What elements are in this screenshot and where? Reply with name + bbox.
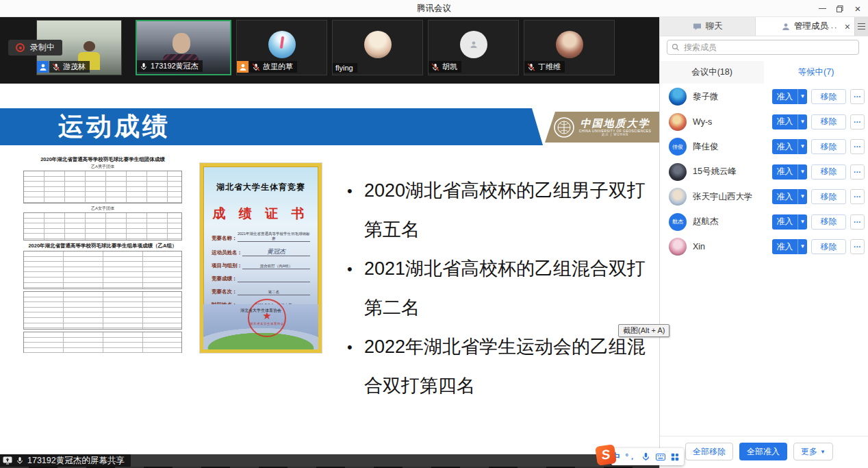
recording-indicator[interactable]: 录制中 (8, 40, 62, 56)
tab-manage-members[interactable]: 管理成员 ··· × (756, 17, 854, 36)
member-more-button[interactable]: ··· (850, 114, 865, 130)
avatar (669, 88, 687, 106)
slide-bullet: 2020湖北省高校杯的乙组男子双打第五名 (346, 171, 655, 249)
mic-muted-icon (431, 63, 439, 71)
admit-button[interactable]: 准入▼ (772, 164, 807, 180)
doc-title: 2020年湖北省普通高等学校羽毛球比赛学生组团体成绩 (21, 156, 185, 163)
screen-share-indicator[interactable]: 173192黄冠杰的屏幕共享 (0, 454, 131, 467)
remove-button[interactable]: 移除 (811, 239, 846, 254)
admit-label: 准入 (772, 241, 797, 253)
ime-toolbox-icon[interactable] (671, 453, 679, 461)
participant-avatar (556, 31, 583, 58)
screen-share-icon (3, 456, 12, 465)
window-title: 腾讯会议 (0, 0, 868, 17)
waiting-member-row: 航杰赵航杰准入▼移除··· (660, 210, 868, 235)
participant-tile[interactable]: flying (332, 20, 423, 75)
more-button[interactable]: 更多▼ (793, 443, 833, 460)
divider (660, 436, 868, 436)
chevron-down-icon[interactable]: ▼ (797, 114, 807, 130)
remove-button[interactable]: 移除 (811, 89, 846, 104)
participant-tile[interactable]: 故里的草 (236, 20, 327, 75)
participant-name-label: 173192黄冠杰 (137, 60, 203, 72)
member-more-button[interactable]: ··· (850, 189, 865, 204)
participant-name-label: 故里的草 (249, 61, 297, 73)
admit-button[interactable]: 准入▼ (772, 139, 807, 154)
tab-in-meeting[interactable]: 会议中(18) (660, 61, 764, 84)
member-name: Xin (693, 242, 705, 251)
participant-tile[interactable]: 胡凯 (428, 20, 519, 75)
remove-button[interactable]: 移除 (811, 139, 846, 154)
remove-all-button[interactable]: 全部移除 (685, 443, 733, 460)
chevron-down-icon[interactable]: ▼ (797, 89, 807, 104)
admit-button[interactable]: 准入▼ (772, 189, 807, 204)
admit-button[interactable]: 准入▼ (772, 239, 807, 254)
doc-table-singles-men (23, 251, 182, 289)
remove-button[interactable]: 移除 (811, 189, 846, 204)
slide-bullet: 2022年湖北省学生运动会的乙组混合双打第四名 (346, 328, 655, 406)
participant-name-label: 游茂林 (49, 61, 90, 73)
chevron-down-icon[interactable]: ▼ (797, 139, 807, 154)
university-logo-plate: 中国地质大学 CHINA UNIVERSITY OF GEOSCIENCES 武… (545, 112, 659, 143)
screenshot-tooltip: 截图(Alt + A) (618, 324, 669, 337)
member-more-button[interactable]: ··· (850, 239, 865, 254)
remove-button[interactable]: 移除 (811, 214, 846, 230)
avatar (669, 163, 687, 181)
panel-more-icon[interactable]: ··· (827, 23, 838, 32)
admit-all-button[interactable]: 全部准入 (739, 443, 787, 460)
mic-icon (140, 62, 148, 71)
admit-button[interactable]: 准入▼ (772, 89, 807, 104)
panel-close-icon[interactable]: × (845, 22, 850, 32)
participant-tile[interactable]: 丁维维 (524, 20, 615, 75)
panel-menu-button[interactable] (854, 17, 868, 36)
doc-table-singles-women (23, 291, 182, 330)
close-button[interactable]: × (849, 0, 867, 17)
restore-button[interactable] (831, 0, 849, 17)
avatar (669, 113, 687, 131)
certificate-field: 运动员姓名：黄冠杰 (212, 248, 310, 256)
certificate-field-label: 竞赛成绩： (212, 275, 238, 282)
panel-footer: 全部移除 全部准入 更多▼ (685, 443, 833, 460)
ime-voice-icon[interactable] (641, 452, 650, 461)
doc-table-men-team (23, 171, 182, 204)
certificate-field: 竞赛名称：2021年湖北省普通高等学校学生羽毛球锦标赛 (212, 232, 310, 242)
member-more-button[interactable]: ··· (850, 89, 865, 104)
chevron-down-icon[interactable]: ▼ (797, 239, 807, 254)
doc-mid-title: 2020年湖北省普通高等学校羽毛球比赛学生组单项成绩（乙A组） (21, 243, 185, 249)
waiting-member-row: Wy-s准入▼移除··· (660, 110, 868, 135)
admit-button[interactable]: 准入▼ (772, 214, 807, 230)
admit-label: 准入 (772, 141, 797, 153)
chevron-down-icon[interactable]: ▼ (797, 164, 807, 180)
sogou-logo-icon[interactable]: S (595, 444, 617, 466)
ime-keyboard-icon[interactable] (656, 454, 665, 460)
participant-label-row: flying (333, 63, 357, 73)
ime-punctuation-toggle[interactable]: °， (626, 453, 636, 460)
window-controls: × (813, 0, 867, 17)
panel-tools: ··· × (827, 17, 850, 36)
participant-name-label: 胡凯 (429, 61, 461, 73)
participant-avatar (460, 31, 487, 58)
member-more-button[interactable]: ··· (850, 139, 865, 154)
waiting-member-row: Xin准入▼移除··· (660, 234, 868, 260)
restore-icon (836, 5, 844, 13)
certificate-field-value: 混合双打（丙A组） (242, 264, 310, 269)
chevron-down-icon[interactable]: ▼ (797, 214, 807, 230)
title-bar: 腾讯会议 × (0, 0, 868, 17)
avatar: 航杰 (669, 213, 687, 231)
waiting-member-row: 15号姚云峰准入▼移除··· (660, 160, 868, 185)
tab-waiting-room[interactable]: 等候中(7) (764, 61, 868, 84)
certificate-field: 项目与组别：混合双打（丙A组） (212, 262, 310, 269)
member-search-input[interactable]: 搜索成员 (667, 40, 859, 55)
tab-chat[interactable]: 聊天 (660, 17, 756, 36)
avatar (669, 188, 687, 206)
remove-button[interactable]: 移除 (811, 164, 846, 180)
minimize-button[interactable] (813, 0, 831, 17)
remove-button[interactable]: 移除 (811, 114, 846, 130)
admit-button[interactable]: 准入▼ (772, 114, 807, 130)
member-more-button[interactable]: ··· (850, 214, 865, 230)
chevron-down-icon[interactable]: ▼ (797, 189, 807, 204)
certificate-field-value (238, 278, 311, 282)
participant-tile[interactable]: 173192黄冠杰 (136, 20, 231, 75)
doc-table-women-team (23, 212, 182, 241)
doc-table-mixed-doubles (23, 332, 182, 354)
member-more-button[interactable]: ··· (850, 164, 865, 180)
